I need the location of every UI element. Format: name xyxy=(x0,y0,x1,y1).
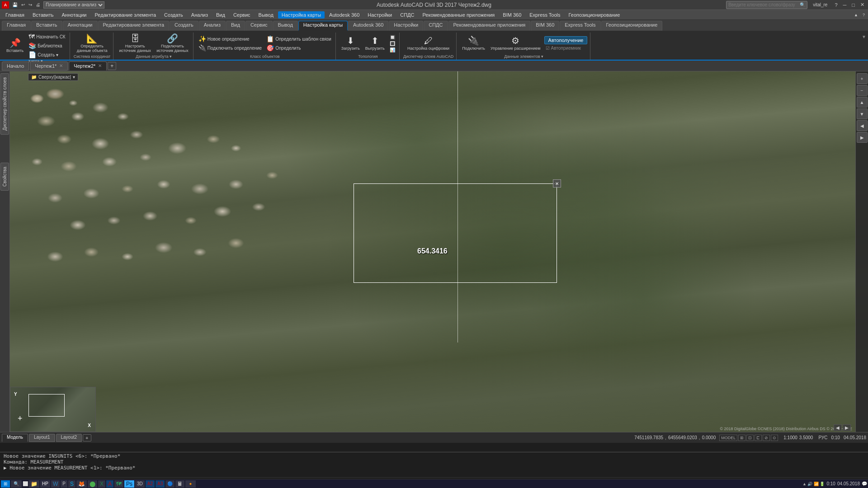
layer-control[interactable]: 📁 Сверху||каркас| ▾ xyxy=(28,73,78,81)
taskbar-ps[interactable]: Ps xyxy=(124,480,134,488)
tab-nachalo[interactable]: Начало xyxy=(2,61,29,70)
btn-auto-check[interactable]: ☑ Автоприемник xyxy=(544,45,588,51)
tab-nastroyka-karty[interactable]: Настройка карты xyxy=(298,21,348,31)
btn-opredelit[interactable]: 🎯 Определить xyxy=(265,44,333,52)
taskbar-skype[interactable]: S xyxy=(68,480,75,488)
layout-tab-layout1[interactable]: Layout1 xyxy=(29,434,55,442)
tab-vstavit[interactable]: Вставить xyxy=(31,21,62,31)
tab-recommended[interactable]: Рекомендованные приложения xyxy=(448,21,531,31)
btn-nastroit-ist[interactable]: 🗄 Настроитьисточник данных xyxy=(117,33,153,54)
menu-nastroyki[interactable]: Настройки xyxy=(364,11,396,19)
taskbar-calc[interactable]: 🖩 xyxy=(175,480,184,488)
menu-spds[interactable]: СПДС xyxy=(396,11,418,19)
tab-glavnaya[interactable]: Главная xyxy=(2,21,31,31)
menu-recommended[interactable]: Рекомендованные приложения xyxy=(419,11,499,19)
taskbar-maps[interactable]: 🗺 xyxy=(114,480,123,488)
minimize-btn[interactable]: ─ xyxy=(841,2,849,8)
search-input[interactable] xyxy=(726,2,798,7)
menu-servis[interactable]: Сервис xyxy=(230,11,254,19)
qa-save[interactable]: 💾 xyxy=(11,2,19,8)
tab-vyvod[interactable]: Вывод xyxy=(273,21,298,31)
tab-bim360[interactable]: BIM 360 xyxy=(531,21,559,31)
menu-vstavit[interactable]: Вставить xyxy=(29,11,57,19)
notification-btn[interactable]: 💬 xyxy=(862,481,867,486)
btn-upr-rasshir[interactable]: ⚙ Управление расширением xyxy=(489,35,542,52)
map-canvas[interactable]: 📁 Сверху||каркас| ▾ ✕ 654.3416 С 3 Верх … xyxy=(10,71,868,432)
btn-new-def[interactable]: ✨ Новое определение xyxy=(197,35,263,43)
help-btn[interactable]: ? xyxy=(833,2,839,8)
btn-nastroyka-ocifr[interactable]: 🖊 Настройка оцифровки xyxy=(406,35,451,52)
toggle-grid[interactable]: ⊞ xyxy=(738,435,745,441)
tab-express-tools[interactable]: Express Tools xyxy=(560,21,600,31)
qa-redo[interactable]: ↪ xyxy=(27,2,33,8)
taskbar-chrome[interactable]: ⬤ xyxy=(88,480,97,488)
btn-topo-2[interactable]: 🔳 xyxy=(388,41,396,47)
taskbar-cortana[interactable]: 🔍 xyxy=(11,480,22,488)
taskbar-firefox[interactable]: 🦊 xyxy=(76,480,87,488)
start-btn[interactable]: ⊞ xyxy=(1,480,10,488)
tab-red-elem[interactable]: Редактирование элемента xyxy=(98,21,170,31)
qa-undo[interactable]: ↩ xyxy=(20,2,26,8)
menu-annotacii[interactable]: Аннотации xyxy=(58,11,90,19)
measurement-rectangle[interactable]: ✕ 654.3416 xyxy=(354,183,557,283)
workspace-dropdown[interactable]: Планирование и анализ xyxy=(43,1,104,9)
taskbar-word[interactable]: W xyxy=(51,480,60,488)
nav-pan-up[interactable]: ▲ xyxy=(857,97,868,108)
btn-topo-3[interactable]: 📊 xyxy=(388,47,396,53)
menu-red-elem[interactable]: Редактирование элемента xyxy=(91,11,160,19)
tab-annotacii[interactable]: Аннотации xyxy=(63,21,98,31)
nav-zoom-in[interactable]: + xyxy=(857,73,868,84)
menu-geopoz[interactable]: Геопозиционирование xyxy=(565,11,624,19)
maximize-btn[interactable]: □ xyxy=(850,2,857,8)
btn-connect-def[interactable]: 🔌 Подключить определение xyxy=(197,44,263,52)
tab-chertezh1[interactable]: Чертеж1* ✕ xyxy=(30,61,68,70)
help-icon-btn[interactable]: ? xyxy=(861,12,866,18)
nav-pan-left[interactable]: ◀ xyxy=(857,120,868,131)
taskbar-excel[interactable]: X xyxy=(98,480,105,488)
menu-autodesk360[interactable]: Autodesk 360 xyxy=(326,11,363,19)
toggle-model[interactable]: MODEL xyxy=(719,435,737,441)
taskbar-app1[interactable]: 🔵 xyxy=(165,480,175,488)
close-btn[interactable]: ✕ xyxy=(859,1,866,8)
measure-close-btn[interactable]: ✕ xyxy=(553,179,561,188)
nav-pan-right[interactable]: ▶ xyxy=(857,132,868,143)
layout-tab-model[interactable]: Модель xyxy=(2,434,28,442)
close-chertezh2[interactable]: ✕ xyxy=(98,63,102,68)
menu-nastroyka-karty[interactable]: Настройка карты xyxy=(278,11,325,19)
menu-express-tools[interactable]: Express Tools xyxy=(526,11,564,19)
tab-servis[interactable]: Сервис xyxy=(245,21,273,31)
layout-tab-add-btn[interactable]: + xyxy=(83,434,91,441)
btn-vygruzit[interactable]: ⬆ Выгрузить xyxy=(363,35,387,52)
taskbar-taskview[interactable]: ⬜ xyxy=(23,480,28,488)
btn-vstavit[interactable]: 📌 Вставить xyxy=(5,38,25,54)
btn-biblioteka[interactable]: 📚 Библиотека xyxy=(27,42,67,50)
panel-tab-layer-props[interactable]: Диспетчер свойств слоев xyxy=(0,73,9,135)
menu-vyvod[interactable]: Вывод xyxy=(255,11,277,19)
panel-tab-properties[interactable]: Свойства xyxy=(0,163,9,191)
taskbar-hp[interactable]: HP xyxy=(40,480,50,488)
toggle-osnap[interactable]: ⊙ xyxy=(771,435,778,441)
btn-podkluchit[interactable]: 🔌 Подключить xyxy=(460,35,487,52)
taskbar-autocad3[interactable]: A3 xyxy=(156,480,165,488)
tab-analiz[interactable]: Анализ xyxy=(199,21,226,31)
tab-sozdat[interactable]: Создать xyxy=(170,21,198,31)
close-chertezh1[interactable]: ✕ xyxy=(59,63,63,68)
ribbon-expand-btn[interactable]: ▼ xyxy=(862,34,866,39)
menu-glavnaya[interactable]: Главная xyxy=(2,11,28,19)
toggle-ortho[interactable]: ⊏ xyxy=(755,435,762,441)
menu-sozdat[interactable]: Создать xyxy=(160,11,187,19)
nav-pan-down[interactable]: ▼ xyxy=(857,108,868,119)
tab-add-btn[interactable]: + xyxy=(108,62,116,70)
taskbar-app2[interactable]: 🔸 xyxy=(185,480,196,488)
tab-autodesk360[interactable]: Autodesk 360 xyxy=(348,21,388,31)
btn-opredelit-dann[interactable]: 📐 Определитьданные объекта xyxy=(75,33,109,54)
toggle-polar[interactable]: ⊘ xyxy=(763,435,770,441)
btn-topo-1[interactable]: 🔲 xyxy=(388,34,396,40)
map-nav-prev[interactable]: ◀ xyxy=(834,424,842,431)
layout-tab-layout2[interactable]: Layout2 xyxy=(56,434,82,442)
btn-podkluchit-ist[interactable]: 🔗 Подключитьисточник данных xyxy=(155,33,190,54)
tab-spds[interactable]: СПДС xyxy=(424,21,448,31)
tab-chertezh2[interactable]: Чертеж2* ✕ xyxy=(69,61,107,70)
taskbar-autocad2[interactable]: A2 xyxy=(146,480,155,488)
btn-sozdat[interactable]: 📄 Создать ▾ xyxy=(27,51,67,59)
